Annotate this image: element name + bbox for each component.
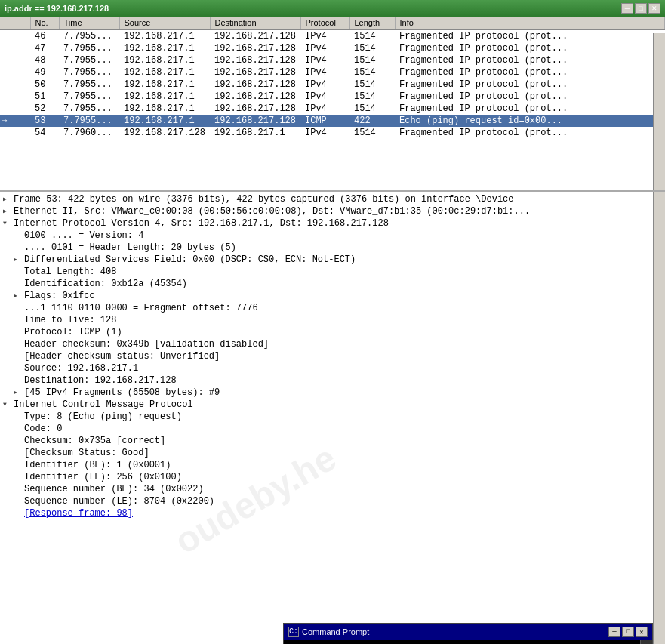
cmd-title-text: Command Prompt: [302, 627, 369, 636]
detail-line-text: ...1 1110 0110 0000 = Fragment offset: 7…: [24, 302, 258, 314]
detail-line-text: Internet Protocol Version 4, Src: 192.16…: [14, 217, 389, 230]
detail-line-text: Flags: 0x1fcc: [24, 290, 95, 302]
expand-icon[interactable]: ▶: [14, 290, 24, 302]
cell-dest: 192.168.217.128: [210, 115, 300, 127]
detail-line: Destination: 192.168.217.128: [3, 374, 662, 387]
detail-line-text: Sequence number (BE): 34 (0x0022): [24, 483, 204, 495]
detail-line: ▶Frame 53: 422 bytes on wire (3376 bits)…: [3, 193, 662, 205]
row-arrow: [0, 29, 30, 42]
cell-proto: IPv4: [300, 79, 349, 91]
minimize-button[interactable]: ─: [621, 3, 633, 14]
detail-line-text: Internet Control Message Protocol: [14, 399, 193, 411]
close-button[interactable]: ✕: [648, 3, 660, 14]
cell-dest: 192.168.217.128: [210, 66, 300, 79]
title-bar-buttons: ─ □ ✕: [621, 3, 660, 14]
maximize-button[interactable]: □: [635, 3, 647, 14]
cmd-minimize-button[interactable]: ─: [608, 627, 620, 637]
cell-length: 1514: [349, 127, 395, 139]
cell-no: 54: [30, 127, 59, 139]
cell-no: 49: [30, 66, 59, 79]
detail-line: Checksum: 0x735a [correct]: [3, 435, 662, 447]
cell-time: 7.7955...: [59, 29, 119, 42]
detail-line: Code: 0: [3, 423, 662, 435]
row-arrow: [0, 79, 30, 91]
cell-no: 46: [30, 29, 59, 42]
cmd-scrollbar[interactable]: [640, 640, 652, 644]
cell-length: 1514: [349, 29, 395, 42]
expand-icon[interactable]: ▶: [3, 205, 14, 217]
table-row[interactable]: →537.7955...192.168.217.1192.168.217.128…: [0, 115, 665, 127]
detail-line: ▶Differentiated Services Field: 0x00 (DS…: [3, 254, 662, 266]
cell-length: 1514: [349, 42, 395, 54]
col-no: [0, 17, 30, 29]
detail-line: Header checksum: 0x349b [validation disa…: [3, 338, 662, 350]
expand-icon[interactable]: ▶: [14, 387, 24, 399]
cell-time: 7.7955...: [59, 91, 119, 103]
cell-info: Fragmented IP protocol (prot...: [395, 127, 665, 139]
cell-length: 1514: [349, 66, 395, 79]
detail-line-text: Sequence number (LE): 8704 (0x2200): [24, 495, 214, 507]
detail-line-text: Differentiated Services Field: 0x00 (DSC…: [24, 254, 356, 266]
detail-line-text: 0100 .... = Version: 4: [24, 230, 143, 242]
expand-icon[interactable]: ▼: [3, 399, 14, 411]
cell-proto: IPv4: [300, 66, 349, 79]
cmd-window: C: Command Prompt ─ □ ✕ C:\Users\hrajp>p…: [283, 623, 653, 644]
row-arrow: [0, 42, 30, 54]
cmd-maximize-button[interactable]: □: [622, 627, 634, 637]
cmd-close-button[interactable]: ✕: [636, 627, 648, 637]
cell-proto: IPv4: [300, 103, 349, 115]
cell-no: 51: [30, 91, 59, 103]
row-arrow: [0, 54, 30, 66]
table-row[interactable]: 517.7955...192.168.217.1192.168.217.128I…: [0, 91, 665, 103]
table-row[interactable]: 487.7955...192.168.217.1192.168.217.128I…: [0, 54, 665, 66]
detail-line-text: Time to live: 128: [24, 314, 116, 326]
detail-link[interactable]: [Response frame: 98]: [24, 508, 133, 519]
detail-line-text: [Response frame: 98]: [24, 507, 133, 519]
col-no-label: No.: [30, 17, 59, 29]
cell-proto: ICMP: [300, 115, 349, 127]
detail-line-text: Total Length: 408: [24, 266, 116, 278]
cell-source: 192.168.217.1: [119, 115, 210, 127]
table-row[interactable]: 467.7955...192.168.217.1192.168.217.128I…: [0, 29, 665, 42]
cell-source: 192.168.217.1: [119, 54, 210, 66]
title-bar: ip.addr == 192.168.217.128 ─ □ ✕: [0, 0, 665, 17]
table-row[interactable]: 547.7960...192.168.217.128192.168.217.1I…: [0, 127, 665, 139]
packet-table: No. Time Source Destination Protocol Len…: [0, 17, 665, 139]
packet-list-scrollbar[interactable]: [653, 33, 665, 190]
cell-length: 422: [349, 115, 395, 127]
detail-line-text: Destination: 192.168.217.128: [24, 374, 177, 387]
row-arrow: [0, 66, 30, 79]
detail-line-text: .... 0101 = Header Length: 20 bytes (5): [24, 242, 236, 254]
cell-no: 50: [30, 79, 59, 91]
detail-line-text: [Checksum Status: Good]: [24, 447, 149, 459]
cell-info: Echo (ping) request id=0x00...: [395, 115, 665, 127]
detail-line: Identification: 0xb12a (45354): [3, 278, 662, 290]
cell-proto: IPv4: [300, 42, 349, 54]
detail-line: Total Length: 408: [3, 266, 662, 278]
cell-time: 7.7955...: [59, 79, 119, 91]
table-row[interactable]: 527.7955...192.168.217.1192.168.217.128I…: [0, 103, 665, 115]
table-row[interactable]: 497.7955...192.168.217.1192.168.217.128I…: [0, 66, 665, 79]
detail-pane-scrollbar[interactable]: [653, 192, 665, 644]
detail-line: 0100 .... = Version: 4: [3, 230, 662, 242]
detail-line: ▶Ethernet II, Src: VMware_c0:00:08 (00:5…: [3, 205, 662, 217]
table-row[interactable]: 477.7955...192.168.217.1192.168.217.128I…: [0, 42, 665, 54]
detail-line-text: Code: 0: [24, 423, 62, 435]
cell-time: 7.7960...: [59, 127, 119, 139]
detail-line: Time to live: 128: [3, 314, 662, 326]
detail-line-text: [45 IPv4 Fragments (65508 bytes): #9: [24, 387, 220, 399]
col-info: Info: [395, 17, 665, 29]
cell-dest: 192.168.217.128: [210, 79, 300, 91]
table-row[interactable]: 507.7955...192.168.217.1192.168.217.128I…: [0, 79, 665, 91]
cell-info: Fragmented IP protocol (prot...: [395, 79, 665, 91]
expand-icon[interactable]: ▶: [3, 193, 14, 205]
cell-time: 7.7955...: [59, 115, 119, 127]
detail-line: .... 0101 = Header Length: 20 bytes (5): [3, 242, 662, 254]
detail-line: [Header checksum status: Unverified]: [3, 350, 662, 362]
expand-icon[interactable]: ▼: [3, 217, 14, 230]
cell-source: 192.168.217.1: [119, 103, 210, 115]
expand-icon[interactable]: ▶: [14, 254, 24, 266]
cell-source: 192.168.217.1: [119, 42, 210, 54]
detail-line-text: Ethernet II, Src: VMware_c0:00:08 (00:50…: [14, 205, 530, 217]
cell-no: 48: [30, 54, 59, 66]
